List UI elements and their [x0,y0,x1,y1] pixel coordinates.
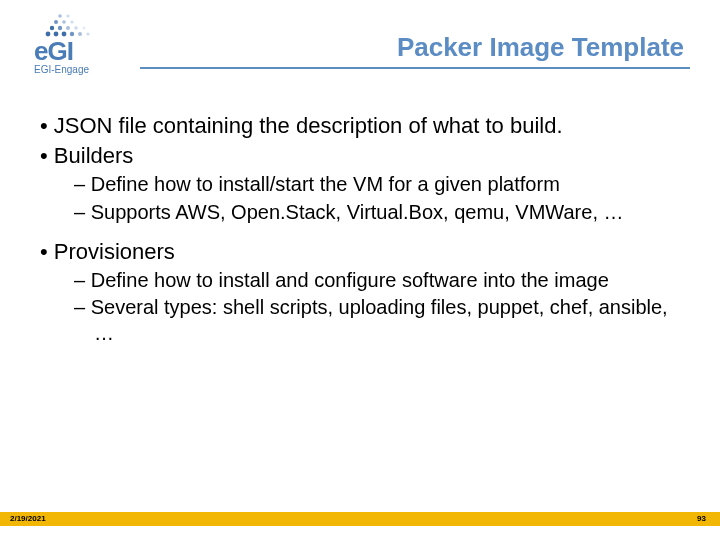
footer-page-number: 93 [697,512,706,526]
svg-point-8 [74,26,78,30]
svg-point-15 [83,27,86,30]
svg-point-9 [54,20,58,24]
bullet-l2: Define how to install and configure soft… [30,268,682,294]
svg-point-12 [58,14,62,18]
slide: eGI EGI-Engage Packer Image Template JSO… [0,0,720,540]
bullet-l2: Supports AWS, Open.Stack, Virtual.Box, q… [30,200,682,226]
svg-point-13 [66,14,69,17]
bullet-l1: Builders [30,142,682,170]
content: JSON file containing the description of … [30,88,690,346]
slide-title: Packer Image Template [140,18,690,69]
svg-point-11 [70,20,73,23]
svg-point-10 [62,20,66,24]
footer-date: 2/19/2021 [10,512,46,526]
header: eGI EGI-Engage Packer Image Template [30,18,690,78]
svg-point-5 [50,26,54,30]
bullet-l2: Several types: shell scripts, uploading … [30,295,682,346]
svg-point-14 [86,32,89,35]
bullet-l1: Provisioners [30,238,682,266]
logo-text: eGI [34,36,73,67]
svg-point-4 [78,32,82,36]
logo: eGI EGI-Engage [30,18,120,78]
footer-bar [0,512,720,526]
bullet-l2: Define how to install/start the VM for a… [30,172,682,198]
svg-point-7 [66,26,70,30]
svg-point-6 [58,26,62,30]
bullet-l1: JSON file containing the description of … [30,112,682,140]
logo-subtext: EGI-Engage [34,64,89,75]
